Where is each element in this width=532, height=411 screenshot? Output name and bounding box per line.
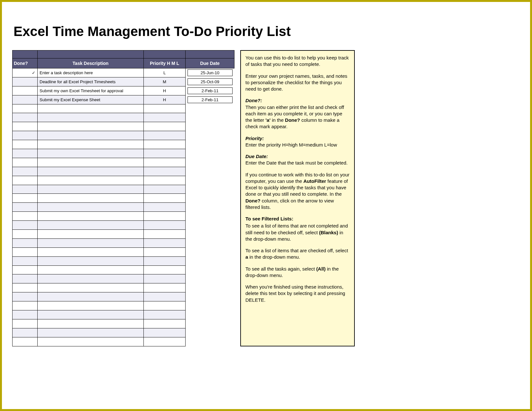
cell-due[interactable] [186, 167, 234, 176]
column-header-priority[interactable]: Priority H M L [144, 50, 186, 68]
cell-done[interactable] [13, 176, 38, 185]
cell-priority[interactable] [144, 319, 186, 328]
cell-task[interactable] [38, 301, 144, 310]
cell-due[interactable] [186, 131, 234, 140]
cell-task[interactable] [38, 319, 144, 328]
cell-done[interactable] [13, 167, 38, 176]
cell-task[interactable]: Submit my Excel Expense Sheet [38, 95, 144, 104]
cell-task[interactable] [38, 274, 144, 283]
cell-priority[interactable] [144, 167, 186, 176]
cell-task[interactable] [38, 140, 144, 149]
cell-task[interactable] [38, 230, 144, 239]
cell-task[interactable] [38, 131, 144, 140]
cell-task[interactable] [38, 328, 144, 337]
cell-priority[interactable] [144, 292, 186, 301]
cell-task[interactable] [38, 104, 144, 113]
cell-done[interactable] [13, 131, 38, 140]
cell-done[interactable] [13, 274, 38, 283]
cell-due[interactable]: 25-Oct-09 [186, 77, 234, 86]
cell-task[interactable] [38, 292, 144, 301]
cell-task[interactable] [38, 158, 144, 167]
cell-priority[interactable] [144, 212, 186, 221]
cell-done[interactable] [13, 265, 38, 274]
cell-done[interactable] [13, 194, 38, 203]
cell-priority[interactable] [144, 221, 186, 230]
cell-due[interactable] [186, 292, 234, 301]
cell-task[interactable] [38, 149, 144, 158]
cell-task[interactable] [38, 176, 144, 185]
cell-done[interactable] [13, 337, 38, 346]
cell-task[interactable] [38, 238, 144, 247]
cell-priority[interactable] [144, 176, 186, 185]
cell-task[interactable] [38, 113, 144, 122]
cell-due[interactable]: 2-Feb-11 [186, 86, 234, 95]
cell-due[interactable] [186, 113, 234, 122]
column-header-done[interactable]: Done? [13, 50, 38, 68]
cell-priority[interactable] [144, 149, 186, 158]
cell-priority[interactable]: H [144, 86, 186, 95]
cell-done[interactable] [13, 283, 38, 292]
cell-done[interactable] [13, 221, 38, 230]
cell-done[interactable] [13, 113, 38, 122]
cell-due[interactable] [186, 238, 234, 247]
cell-due[interactable] [186, 230, 234, 239]
cell-done[interactable] [13, 256, 38, 265]
cell-task[interactable] [38, 194, 144, 203]
cell-done[interactable] [13, 185, 38, 194]
cell-done[interactable] [13, 95, 38, 104]
cell-task[interactable] [38, 185, 144, 194]
cell-due[interactable] [186, 328, 234, 337]
cell-done[interactable] [13, 319, 38, 328]
column-header-due[interactable]: Due Date [186, 50, 234, 68]
cell-done[interactable] [13, 301, 38, 310]
cell-due[interactable] [186, 310, 234, 319]
instructions-panel[interactable]: You can use this to-do list to help you … [240, 50, 355, 346]
cell-priority[interactable] [144, 140, 186, 149]
cell-done[interactable] [13, 247, 38, 256]
cell-priority[interactable] [144, 310, 186, 319]
cell-done[interactable] [13, 104, 38, 113]
cell-priority[interactable] [144, 256, 186, 265]
cell-priority[interactable] [144, 301, 186, 310]
cell-done[interactable] [13, 149, 38, 158]
cell-due[interactable] [186, 194, 234, 203]
cell-priority[interactable] [144, 230, 186, 239]
cell-due[interactable] [186, 122, 234, 131]
cell-priority[interactable] [144, 337, 186, 346]
cell-task[interactable] [38, 247, 144, 256]
cell-done[interactable] [13, 140, 38, 149]
cell-priority[interactable] [144, 158, 186, 167]
cell-done[interactable] [13, 158, 38, 167]
cell-due[interactable] [186, 149, 234, 158]
cell-done[interactable] [13, 328, 38, 337]
cell-priority[interactable] [144, 104, 186, 113]
cell-priority[interactable] [144, 328, 186, 337]
cell-done[interactable] [13, 230, 38, 239]
cell-priority[interactable]: H [144, 95, 186, 104]
cell-due[interactable] [186, 104, 234, 113]
cell-due[interactable] [186, 203, 234, 212]
cell-due[interactable] [186, 265, 234, 274]
cell-due[interactable] [186, 301, 234, 310]
cell-task[interactable] [38, 122, 144, 131]
cell-done[interactable]: ✓ [13, 68, 38, 77]
cell-priority[interactable] [144, 203, 186, 212]
cell-task[interactable]: Enter a task description here [38, 68, 144, 77]
cell-task[interactable] [38, 167, 144, 176]
cell-done[interactable] [13, 122, 38, 131]
cell-priority[interactable]: L [144, 68, 186, 77]
cell-due[interactable] [186, 274, 234, 283]
cell-due[interactable]: 2-Feb-11 [186, 95, 234, 104]
cell-due[interactable] [186, 185, 234, 194]
cell-due[interactable] [186, 337, 234, 346]
cell-priority[interactable] [144, 113, 186, 122]
cell-done[interactable] [13, 77, 38, 86]
cell-task[interactable] [38, 337, 144, 346]
cell-due[interactable] [186, 283, 234, 292]
cell-priority[interactable] [144, 265, 186, 274]
cell-task[interactable]: Submit my own Excel Timesheet for approv… [38, 86, 144, 95]
column-header-task[interactable]: Task Description [38, 50, 144, 68]
cell-task[interactable] [38, 203, 144, 212]
cell-due[interactable] [186, 140, 234, 149]
cell-done[interactable] [13, 238, 38, 247]
